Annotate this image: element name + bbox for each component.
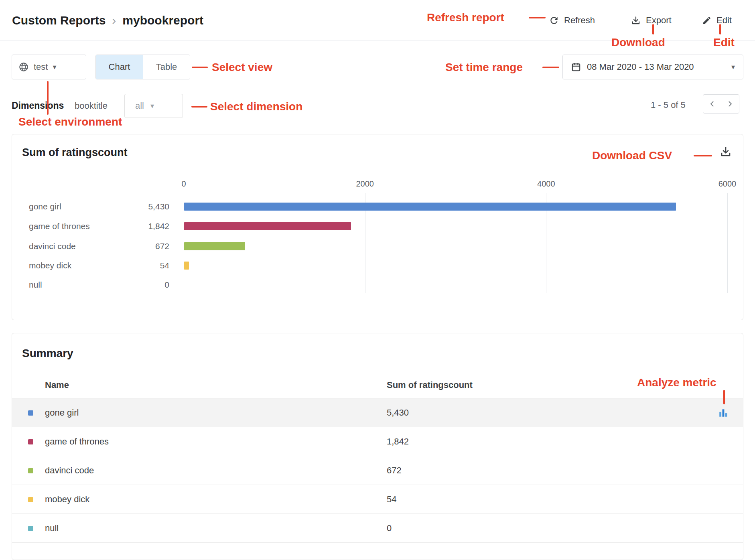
environment-dropdown[interactable]: test ▾ <box>12 55 86 79</box>
cell-value: 54 <box>387 485 396 514</box>
table-row: davinci code 672 <box>12 456 743 485</box>
annotation-select-view: Select view <box>212 61 272 74</box>
x-axis-tick: 2000 <box>356 179 374 189</box>
dimensions-label: Dimensions <box>12 100 64 111</box>
download-csv-button[interactable] <box>719 145 733 158</box>
table-row: null 0 <box>12 514 743 543</box>
x-axis-tick: 6000 <box>718 179 737 189</box>
cell-name: gone girl <box>45 398 79 427</box>
summary-card: Summary Name Sum of ratingscount gone gi… <box>12 333 743 560</box>
chart-value-label: 672 <box>129 241 169 251</box>
dimension-name: booktitle <box>75 101 108 111</box>
download-icon <box>631 15 641 26</box>
chart-value-label: 5,430 <box>129 202 169 211</box>
cell-name: mobey dick <box>45 485 89 514</box>
cell-value: 1,842 <box>387 427 409 456</box>
chevron-down-icon: ▾ <box>150 101 154 110</box>
table-row: mobey dick 54 <box>12 485 743 514</box>
column-header-name: Name <box>45 380 69 390</box>
breadcrumb: Custom Reports › mybookreport <box>12 0 203 41</box>
cell-value: 672 <box>387 456 402 485</box>
pagination-prev-button[interactable] <box>703 94 721 114</box>
chart-category-label: game of thrones <box>29 221 90 231</box>
table-header-row: Name Sum of ratingscount <box>12 373 743 398</box>
chart-value-label: 1,842 <box>129 221 169 231</box>
custom-report-page: Custom Reports › mybookreport Refresh Ex… <box>0 0 755 560</box>
export-button[interactable]: Export <box>631 0 672 41</box>
analyze-metric-button[interactable] <box>718 408 729 418</box>
chart-row: gone girl 5,430 <box>12 202 181 212</box>
breadcrumb-chevron-icon: › <box>112 14 116 27</box>
chart-bar <box>184 242 245 250</box>
date-range-picker[interactable]: 08 Mar 2020 - 13 Mar 2020 ▾ <box>562 55 743 79</box>
page-title: mybookreport <box>122 14 203 27</box>
view-toggle: Chart Table <box>95 55 190 79</box>
chart-card: Sum of ratingscount gone girl 5,430 game… <box>12 134 743 320</box>
x-axis-tick: 0 <box>181 179 186 189</box>
cell-name: davinci code <box>45 456 94 485</box>
pencil-icon <box>702 16 712 25</box>
chart-row: davinci code 672 <box>12 241 181 252</box>
download-icon <box>719 145 732 158</box>
cell-value: 5,430 <box>387 398 409 427</box>
annotation-line <box>542 67 559 68</box>
date-range-value: 08 Mar 2020 - 13 Mar 2020 <box>587 62 694 72</box>
chart-row: null 0 <box>12 280 181 290</box>
chart-bar <box>184 262 189 270</box>
chart-category-label: gone girl <box>29 202 61 211</box>
chart-row: game of thrones 1,842 <box>12 221 181 232</box>
table-row: gone girl 5,430 <box>12 398 743 427</box>
chevron-down-icon: ▾ <box>53 63 56 71</box>
chevron-down-icon: ▾ <box>731 63 735 71</box>
globe-icon <box>18 62 29 72</box>
bar-chart-icon <box>718 408 729 418</box>
export-label: Export <box>646 15 672 26</box>
chart-value-label: 54 <box>129 261 169 270</box>
annotation-line <box>191 106 207 108</box>
dimension-filter-dropdown[interactable]: all ▾ <box>124 94 183 118</box>
pagination-next-button[interactable] <box>721 94 739 114</box>
legend-swatch <box>28 526 33 531</box>
edit-label: Edit <box>716 15 732 26</box>
column-header-value: Sum of ratingscount <box>387 380 473 390</box>
cell-name: null <box>45 514 59 543</box>
annotation-select-environment: Select environment <box>18 116 122 128</box>
dimension-filter-value: all <box>135 101 144 111</box>
chevron-left-icon <box>707 99 717 109</box>
gridline <box>727 193 728 293</box>
tab-chart[interactable]: Chart <box>96 55 143 79</box>
chart-bar <box>184 222 351 230</box>
refresh-button[interactable]: Refresh <box>549 0 595 41</box>
cell-value: 0 <box>387 514 392 543</box>
chart-title: Sum of ratingscount <box>22 146 128 159</box>
pagination-status: 1 - 5 of 5 <box>651 100 686 110</box>
legend-swatch <box>28 439 33 444</box>
chevron-right-icon <box>725 99 735 109</box>
legend-swatch <box>28 468 33 473</box>
legend-swatch <box>28 497 33 502</box>
x-axis-tick: 4000 <box>537 179 555 189</box>
header: Custom Reports › mybookreport Refresh Ex… <box>0 0 755 41</box>
chart-row: mobey dick 54 <box>12 261 181 271</box>
edit-button[interactable]: Edit <box>702 0 732 41</box>
legend-swatch <box>28 410 33 416</box>
summary-title: Summary <box>22 347 73 360</box>
annotation-select-dimension: Select dimension <box>210 100 302 113</box>
refresh-label: Refresh <box>564 15 595 26</box>
chart-category-label: null <box>29 280 42 290</box>
refresh-icon <box>549 15 559 26</box>
annotation-set-time-range: Set time range <box>445 61 523 74</box>
chart-value-label: 0 <box>129 280 169 290</box>
table-row: game of thrones 1,842 <box>12 427 743 456</box>
environment-value: test <box>34 62 48 72</box>
breadcrumb-root-link[interactable]: Custom Reports <box>12 14 106 27</box>
tab-table[interactable]: Table <box>143 55 190 79</box>
cell-name: game of thrones <box>45 427 109 456</box>
chart-category-label: davinci code <box>29 241 76 251</box>
annotation-line <box>192 67 208 68</box>
chart-category-label: mobey dick <box>29 261 71 270</box>
chart-plot-area: 0 2000 4000 6000 <box>184 179 727 300</box>
calendar-icon <box>571 62 581 72</box>
chart-bar <box>184 203 676 211</box>
